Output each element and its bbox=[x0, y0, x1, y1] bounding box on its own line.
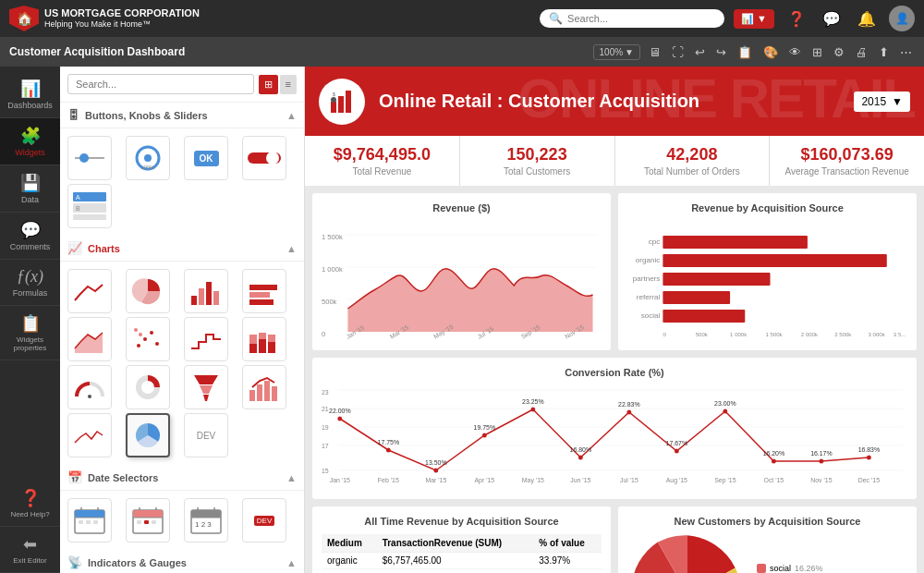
svg-point-125 bbox=[482, 433, 487, 438]
svg-text:19: 19 bbox=[322, 424, 329, 431]
watermark: ONLINE RETAIL bbox=[517, 71, 915, 127]
top-search-input[interactable] bbox=[567, 13, 715, 24]
top-search-bar[interactable]: 🔍 bbox=[540, 9, 724, 28]
sidebar-item-dashboards[interactable]: 📊 Dashboards bbox=[0, 71, 60, 118]
sidebar-item-widget-props[interactable]: 📋 Widgets properties bbox=[0, 306, 60, 360]
widget-pie-chart[interactable] bbox=[126, 269, 170, 313]
widget-calendar1[interactable] bbox=[67, 498, 112, 543]
svg-text:Oct '15: Oct '15 bbox=[764, 477, 784, 483]
monitor-icon-btn[interactable]: 🖥 bbox=[646, 43, 663, 61]
widget-funnel[interactable] bbox=[184, 365, 228, 409]
help-icon-btn[interactable]: ❓ bbox=[784, 6, 809, 31]
sidebar-item-need-help[interactable]: ❓ Need Help? bbox=[0, 481, 60, 527]
sidebar-label-comments: Comments bbox=[10, 242, 51, 251]
svg-text:cpc: cpc bbox=[649, 238, 661, 246]
widget-props-icon: 📋 bbox=[20, 313, 41, 334]
section-dates-header[interactable]: 📅 Date Selectors ▲ bbox=[60, 465, 304, 491]
section-indicators-toggle[interactable]: ▲ bbox=[286, 557, 297, 568]
section-indicators-header[interactable]: 📡 Indicators & Gauges ▲ bbox=[60, 550, 304, 573]
sidebar-label-widgets: Widgets bbox=[15, 148, 45, 157]
widget-combo[interactable] bbox=[242, 365, 286, 409]
undo-icon-btn[interactable]: ↩ bbox=[692, 43, 708, 61]
more-icon-btn[interactable]: ⋯ bbox=[897, 43, 915, 61]
svg-text:0: 0 bbox=[322, 330, 326, 338]
section-charts-toggle[interactable]: ▲ bbox=[286, 243, 297, 254]
expand-icon-btn[interactable]: ⛶ bbox=[669, 43, 687, 61]
section-buttons-header[interactable]: 🎛 Buttons, Knobs & Sliders ▲ bbox=[60, 103, 304, 128]
widget-area-chart[interactable] bbox=[67, 317, 112, 361]
svg-text:22.83%: 22.83% bbox=[618, 401, 639, 408]
svg-text:Mar '15: Mar '15 bbox=[425, 477, 446, 483]
widget-search-input[interactable] bbox=[67, 74, 254, 94]
widget-slider[interactable] bbox=[67, 136, 112, 180]
zoom-button[interactable]: 100% ▼ bbox=[593, 44, 640, 60]
grid-icon-btn[interactable]: ⊞ bbox=[809, 43, 825, 61]
svg-rect-17 bbox=[249, 292, 270, 298]
widget-abc[interactable]: A B bbox=[67, 184, 112, 228]
svg-text:500k: 500k bbox=[322, 298, 337, 306]
widget-donut[interactable] bbox=[126, 365, 170, 409]
svg-point-3 bbox=[144, 154, 152, 162]
widget-toggle[interactable] bbox=[242, 136, 286, 180]
redo-icon-btn[interactable]: ↪ bbox=[713, 43, 729, 61]
sidebar-item-comments[interactable]: 💬 Comments bbox=[0, 213, 60, 260]
widget-scatter-chart[interactable] bbox=[126, 317, 170, 361]
svg-rect-74 bbox=[346, 91, 351, 113]
svg-point-133 bbox=[675, 449, 679, 454]
copy-icon-btn[interactable]: 📋 bbox=[735, 43, 755, 61]
svg-point-6 bbox=[266, 152, 279, 165]
chat-icon-btn[interactable]: 💬 bbox=[819, 6, 845, 31]
widget-calendar3[interactable]: 1 2 3 bbox=[184, 498, 228, 543]
grid-view-btn[interactable]: ⊞ bbox=[259, 75, 278, 94]
sidebar-item-exit-editor[interactable]: ⬅ Exit Editor bbox=[0, 527, 60, 573]
indicators-section-icon: 📡 bbox=[67, 555, 82, 569]
svg-text:Jul '15: Jul '15 bbox=[620, 477, 638, 483]
svg-text:23: 23 bbox=[322, 389, 329, 396]
widget-knob[interactable]: 100% bbox=[126, 136, 170, 180]
bell-icon-btn[interactable]: 🔔 bbox=[854, 6, 880, 31]
list-view-btn[interactable]: ≡ bbox=[280, 75, 297, 94]
kpi-total-customers: 150,223 Total Customers bbox=[460, 136, 614, 186]
widget-sparkline[interactable] bbox=[67, 413, 112, 457]
settings-icon-btn[interactable]: ⚙ bbox=[831, 43, 847, 61]
widget-column-chart[interactable] bbox=[242, 269, 286, 313]
section-buttons-toggle[interactable]: ▲ bbox=[286, 110, 297, 121]
col-transaction: TransactionRevenue (SUM) bbox=[377, 534, 534, 553]
dates-widget-grid: 1 2 3 DEV bbox=[60, 491, 304, 550]
sidebar-item-widgets[interactable]: 🧩 Widgets bbox=[0, 118, 60, 165]
sidebar: 📊 Dashboards 🧩 Widgets 💾 Data 💬 Comments… bbox=[0, 67, 60, 573]
eye-icon-btn[interactable]: 👁 bbox=[786, 43, 804, 61]
sidebar-item-data[interactable]: 💾 Data bbox=[0, 165, 60, 213]
print-icon-btn[interactable]: 🖨 bbox=[853, 43, 870, 61]
section-dates-toggle[interactable]: ▲ bbox=[286, 472, 297, 483]
sidebar-item-formulas[interactable]: ƒ(x) Formulas bbox=[0, 260, 60, 306]
section-charts-header[interactable]: 📈 Charts ▲ bbox=[60, 236, 304, 262]
widget-stacked-chart[interactable] bbox=[242, 317, 286, 361]
table-cell: 33.97% bbox=[533, 553, 602, 569]
avatar[interactable]: 👤 bbox=[889, 6, 915, 31]
widget-calendar2[interactable] bbox=[126, 498, 170, 543]
widget-dev[interactable]: DEV bbox=[184, 413, 228, 457]
widget-gauge[interactable] bbox=[67, 365, 112, 409]
widget-step-chart[interactable] bbox=[184, 317, 228, 361]
svg-text:16.80%: 16.80% bbox=[570, 446, 591, 453]
kpi-orders-value: 42,208 bbox=[629, 145, 756, 165]
svg-text:May '15: May '15 bbox=[522, 477, 544, 484]
kpi-orders-label: Total Number of Orders bbox=[629, 166, 756, 177]
svg-point-75 bbox=[331, 97, 336, 103]
col-medium: Medium bbox=[322, 534, 377, 553]
widget-calendar-dev[interactable]: DEV bbox=[242, 498, 286, 543]
logo-area: 🏠 US MORTGAGE CORPORATION Helping You Ma… bbox=[9, 6, 200, 31]
widget-button[interactable]: OK bbox=[184, 136, 228, 180]
widget-bar-chart[interactable] bbox=[184, 269, 228, 313]
chart-button[interactable]: 📊 ▼ bbox=[734, 9, 774, 29]
upload-icon-btn[interactable]: ⬆ bbox=[876, 43, 892, 61]
widget-line-chart[interactable] bbox=[67, 269, 112, 313]
paint-icon-btn[interactable]: 🎨 bbox=[760, 43, 781, 61]
dashboard-area: ONLINE RETAIL $ Online Retail : Customer… bbox=[305, 67, 924, 573]
svg-rect-98 bbox=[663, 273, 770, 286]
svg-rect-72 bbox=[331, 102, 336, 113]
widget-pie-selected[interactable] bbox=[126, 413, 170, 457]
svg-rect-9 bbox=[73, 214, 106, 220]
svg-text:A: A bbox=[76, 194, 80, 201]
